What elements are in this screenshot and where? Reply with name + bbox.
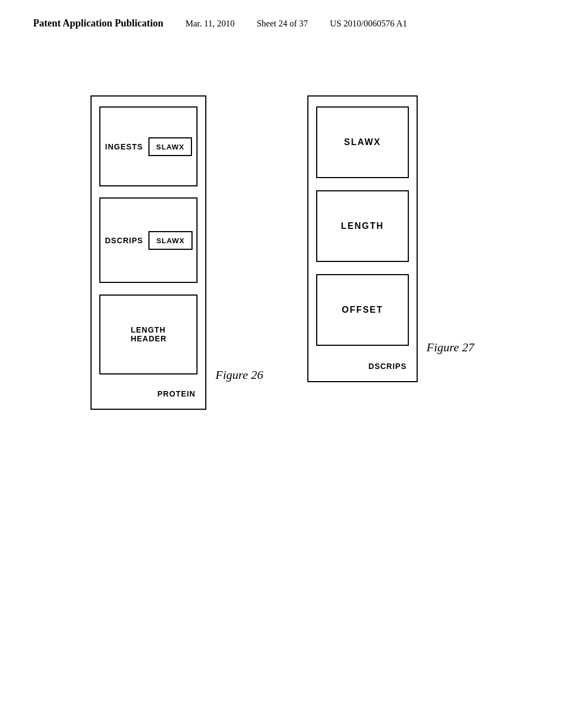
fig26-length-header-block: LENGTH HEADER [131, 325, 167, 343]
figure-26-label: Figure 26 [215, 368, 263, 382]
header-meta: Mar. 11, 2010 Sheet 24 of 37 US 2010/006… [185, 19, 532, 29]
fig26-slawx-label-1: SLAWX [156, 143, 184, 151]
figure-27-group: SLAWX LENGTH OFFSET DSCRIPS Figure 27 [307, 95, 475, 382]
header-date: Mar. 11, 2010 [185, 19, 234, 29]
fig26-length-label: LENGTH [131, 325, 166, 334]
fig26-dscrips-label: DSCRIPS [105, 236, 143, 245]
fig26-header-label: HEADER [131, 334, 167, 343]
fig27-section-1: SLAWX [316, 106, 409, 178]
fig26-section-2: DSCRIPS SLAWX [99, 197, 198, 283]
fig26-protein-label-wrapper: PROTEIN [99, 389, 198, 399]
header-patent-number: US 2010/0060576 A1 [330, 19, 407, 29]
fig26-section-3: LENGTH HEADER [99, 295, 198, 374]
fig27-offset-label: OFFSET [342, 305, 383, 315]
fig26-slawx-box-1: SLAWX [148, 137, 192, 156]
fig26-protein-label: PROTEIN [157, 389, 195, 398]
fig27-dscrips-label: DSCRIPS [369, 362, 407, 371]
fig27-section-3: OFFSET [316, 274, 409, 346]
fig26-slawx-label-2: SLAWX [156, 237, 184, 245]
figure-27-label: Figure 27 [427, 340, 475, 355]
fig26-slawx-box-2: SLAWX [148, 231, 192, 250]
fig26-label-wrapper: Figure 26 [215, 368, 263, 410]
fig26-diagram: INGESTS SLAWX DSCRIPS SLAWX LENGTH HEADE… [90, 95, 206, 410]
fig27-dscrips-label-wrapper: DSCRIPS [316, 361, 409, 371]
fig27-diagram: SLAWX LENGTH OFFSET DSCRIPS [307, 95, 418, 382]
fig27-label-wrapper: Figure 27 [427, 340, 475, 382]
fig26-section-1: INGESTS SLAWX [99, 106, 198, 186]
header-sheet: Sheet 24 of 37 [257, 19, 308, 29]
content-area: INGESTS SLAWX DSCRIPS SLAWX LENGTH HEADE… [0, 95, 565, 410]
figure-26-group: INGESTS SLAWX DSCRIPS SLAWX LENGTH HEADE… [90, 95, 263, 410]
fig27-slawx-label: SLAWX [344, 137, 381, 147]
patent-title: Patent Application Publication [33, 18, 163, 29]
page-header: Patent Application Publication Mar. 11, … [0, 0, 565, 29]
fig27-section-2: LENGTH [316, 190, 409, 262]
fig27-length-label: LENGTH [341, 221, 384, 231]
fig26-ingests-label: INGESTS [105, 142, 143, 151]
